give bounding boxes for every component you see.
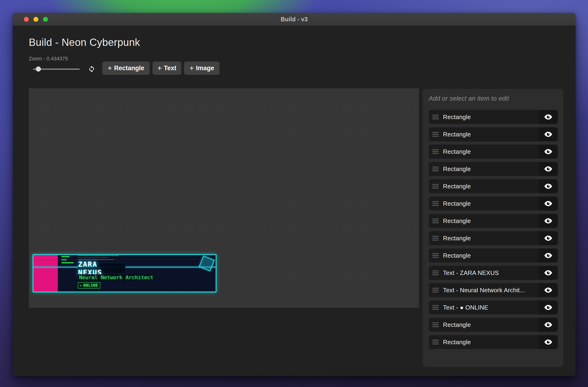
visibility-toggle-button[interactable] — [539, 266, 558, 280]
banner-olive-line — [78, 257, 108, 258]
drag-handle-icon[interactable] — [432, 340, 439, 344]
eye-icon — [544, 270, 552, 275]
layer-label: Rectangle — [443, 148, 471, 155]
eye-icon — [544, 305, 552, 310]
drag-handle-icon[interactable] — [432, 218, 439, 223]
page-title: Build - Neon Cyberpunk — [29, 37, 140, 48]
layers-list: Rectangle Rectangle Rectangle — [429, 110, 558, 352]
visibility-toggle-button[interactable] — [539, 283, 558, 297]
drag-handle-icon[interactable] — [432, 305, 439, 310]
banner-green-line — [62, 256, 69, 257]
visibility-toggle-button[interactable] — [539, 179, 558, 193]
layer-row[interactable]: Rectangle — [429, 335, 558, 349]
drag-handle-icon[interactable] — [432, 322, 439, 327]
banner-diamond-shape[interactable] — [199, 256, 215, 271]
drag-handle-icon[interactable] — [432, 201, 439, 206]
zoom-slider[interactable] — [33, 66, 80, 72]
zoom-slider-thumb[interactable] — [36, 66, 41, 72]
drag-handle-icon[interactable] — [432, 184, 439, 189]
visibility-toggle-button[interactable] — [539, 162, 558, 176]
add-rectangle-label: Rectangle — [114, 64, 144, 72]
plus-icon: + — [189, 64, 194, 72]
visibility-toggle-button[interactable] — [539, 214, 558, 228]
layer-label: Text - ZARA NEXUS — [443, 269, 499, 277]
layer-row[interactable]: Rectangle — [429, 214, 558, 228]
visibility-toggle-button[interactable] — [539, 110, 558, 124]
visibility-toggle-button[interactable] — [539, 248, 558, 262]
drag-handle-icon[interactable] — [432, 115, 439, 119]
eye-icon — [544, 114, 552, 120]
layer-label: Text - Neural Network Archit... — [443, 287, 525, 294]
layer-row[interactable]: Rectangle — [429, 318, 558, 332]
drag-handle-icon[interactable] — [432, 253, 439, 258]
eye-icon — [544, 201, 552, 206]
add-text-label: Text — [164, 64, 177, 72]
layer-label: Rectangle — [443, 321, 471, 328]
eye-icon — [544, 288, 552, 293]
eye-icon — [544, 236, 552, 241]
design-canvas[interactable]: ZARA NEXUS Neural Network Architect ● ON… — [29, 88, 419, 308]
eye-icon — [544, 340, 552, 345]
layer-row[interactable]: Rectangle — [429, 231, 558, 245]
layer-row[interactable]: Rectangle — [429, 196, 558, 211]
eye-icon — [544, 253, 552, 258]
layer-label: Rectangle — [443, 183, 471, 190]
add-rectangle-button[interactable]: + Rectangle — [102, 62, 150, 75]
visibility-toggle-button[interactable] — [539, 301, 558, 314]
banner-role-box[interactable]: Neural Network Architect — [78, 274, 154, 280]
layer-label: Rectangle — [443, 339, 471, 346]
banner-magenta-rectangle[interactable] — [33, 255, 58, 292]
layer-label: Rectangle — [443, 235, 471, 242]
layer-row[interactable]: Rectangle — [429, 110, 558, 124]
banner-status-text: ONLINE — [83, 283, 98, 288]
window-title: Build - v3 — [13, 13, 576, 26]
drag-handle-icon[interactable] — [432, 132, 439, 137]
neon-banner-card[interactable]: ZARA NEXUS Neural Network Architect ● ON… — [33, 254, 216, 292]
layer-label: Rectangle — [443, 165, 471, 173]
layer-row[interactable]: Text - ● ONLINE — [429, 301, 558, 314]
drag-handle-icon[interactable] — [432, 288, 439, 292]
layers-panel-header: Add or select an item to edit — [429, 95, 509, 102]
drag-handle-icon[interactable] — [432, 236, 439, 240]
add-text-button[interactable]: + Text — [152, 62, 181, 75]
layer-label: Rectangle — [443, 252, 471, 259]
eye-icon — [544, 184, 552, 189]
layer-row[interactable]: Rectangle — [429, 162, 558, 176]
zoom-value-label: Zoom - 0.434375 — [29, 56, 68, 62]
sync-icon — [88, 65, 96, 73]
layer-row[interactable]: Rectangle — [429, 248, 558, 262]
layer-label: Rectangle — [443, 131, 471, 138]
title-bar[interactable]: Build - v3 — [13, 13, 576, 26]
app-content: Build - Neon Cyberpunk Zoom - 0.434375 +… — [13, 26, 576, 376]
visibility-toggle-button[interactable] — [539, 231, 558, 245]
eye-icon — [544, 132, 552, 137]
refresh-button[interactable] — [88, 65, 96, 73]
eye-icon — [544, 218, 552, 223]
drag-handle-icon[interactable] — [432, 167, 439, 171]
drag-handle-icon[interactable] — [432, 270, 439, 275]
layer-row[interactable]: Rectangle — [429, 179, 558, 193]
visibility-toggle-button[interactable] — [539, 145, 558, 159]
layer-row[interactable]: Rectangle — [429, 127, 558, 141]
layer-row[interactable]: Rectangle — [429, 145, 558, 159]
visibility-toggle-button[interactable] — [539, 196, 558, 211]
add-image-label: Image — [196, 64, 214, 72]
app-window: Build - v3 Build - Neon Cyberpunk Zoom -… — [13, 13, 576, 376]
layer-label: Rectangle — [443, 217, 471, 225]
banner-green-line — [62, 262, 74, 263]
visibility-toggle-button[interactable] — [539, 335, 558, 349]
desktop-wallpaper: Build - v3 Build - Neon Cyberpunk Zoom -… — [0, 0, 588, 387]
visibility-toggle-button[interactable] — [539, 127, 558, 141]
visibility-toggle-button[interactable] — [539, 318, 558, 332]
banner-role-text: Neural Network Architect — [79, 275, 153, 280]
layer-row[interactable]: Text - ZARA NEXUS — [429, 266, 558, 280]
add-image-button[interactable]: + Image — [184, 62, 220, 75]
banner-status-badge[interactable]: ● ONLINE — [78, 282, 100, 288]
banner-name-box[interactable]: ZARA NEXUS — [78, 263, 126, 274]
banner-name-text: ZARA NEXUS — [78, 260, 125, 277]
plus-icon: + — [107, 64, 112, 72]
eye-icon — [544, 322, 552, 327]
layer-row[interactable]: Text - Neural Network Archit... — [429, 283, 558, 297]
drag-handle-icon[interactable] — [432, 149, 439, 154]
banner-olive-line — [78, 255, 119, 256]
